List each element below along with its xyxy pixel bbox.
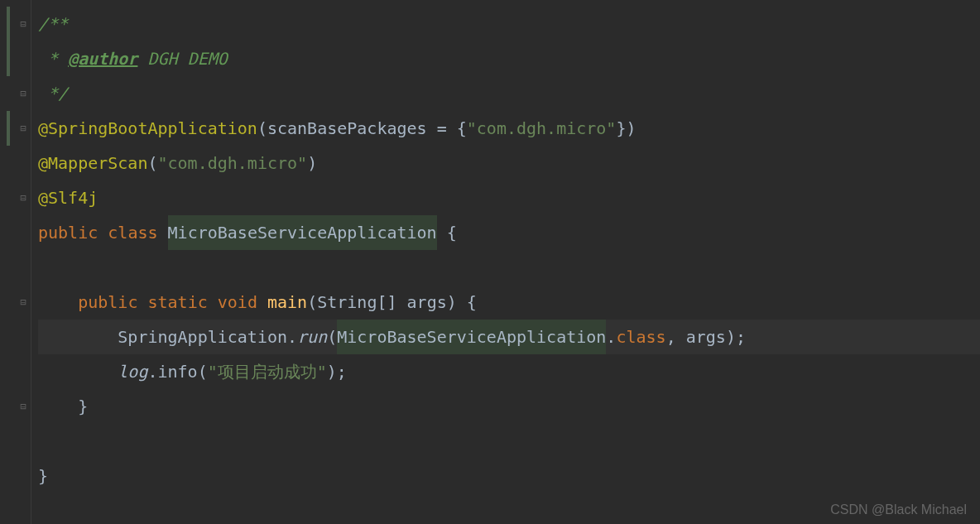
- indent: [38, 389, 78, 424]
- log-ref: log: [118, 354, 147, 389]
- string: "com.dgh.micro": [467, 111, 617, 146]
- punct: ): [307, 146, 317, 180]
- code-line[interactable]: @MapperScan("com.dgh.micro"): [38, 146, 980, 180]
- paren: (: [327, 320, 337, 354]
- fold-icon[interactable]: ⊟: [17, 88, 29, 99]
- fold-icon[interactable]: ⊟: [17, 401, 29, 412]
- gutter-change-marker: [7, 7, 10, 41]
- class-ref: SpringApplication: [118, 320, 287, 354]
- class-name: MicroBaseServiceApplication: [168, 215, 437, 250]
- class-ref: MicroBaseServiceApplication: [337, 320, 606, 354]
- gutter-change-marker: [7, 111, 10, 146]
- brace: {: [437, 215, 457, 250]
- code-line[interactable]: @SpringBootApplication(scanBasePackages …: [38, 111, 980, 146]
- close: );: [327, 354, 347, 389]
- string: "项目启动成功": [208, 354, 327, 389]
- brace: }: [78, 389, 88, 424]
- code-line[interactable]: log.info("项目启动成功");: [38, 354, 980, 389]
- annotation: @Slf4j: [38, 180, 98, 215]
- indent: [38, 354, 118, 389]
- indent: [38, 285, 78, 320]
- indent: [38, 320, 118, 354]
- dot: .: [606, 320, 616, 354]
- doc-tag: @author: [68, 41, 137, 76]
- keyword: class: [616, 320, 665, 354]
- code-line[interactable]: /**: [38, 7, 980, 41]
- paren: (: [198, 354, 208, 389]
- punct: }): [616, 111, 636, 146]
- string: "com.dgh.micro": [158, 146, 308, 180]
- keyword: public: [78, 285, 147, 320]
- code-line[interactable]: }: [38, 459, 980, 493]
- annotation: @MapperScan: [38, 146, 147, 180]
- params: (String[] args) {: [307, 285, 477, 320]
- method-name: main: [267, 285, 307, 320]
- doc-comment: */: [38, 76, 68, 111]
- fold-icon[interactable]: ⊟: [17, 192, 29, 204]
- keyword: void: [218, 285, 267, 320]
- doc-comment: *: [38, 41, 68, 76]
- punct: (: [257, 111, 267, 146]
- gutter-change-marker: [7, 41, 10, 76]
- dot: .: [147, 354, 157, 389]
- comma: ,: [666, 320, 686, 354]
- fold-icon[interactable]: ⊟: [17, 123, 29, 134]
- code-line-empty[interactable]: [38, 250, 980, 285]
- method-call: run: [297, 320, 327, 354]
- code-line[interactable]: public class MicroBaseServiceApplication…: [38, 215, 980, 250]
- arg: args: [686, 320, 726, 354]
- doc-comment: /**: [38, 7, 68, 41]
- keyword: static: [147, 285, 217, 320]
- fold-icon[interactable]: ⊟: [17, 296, 29, 308]
- dot: .: [287, 320, 297, 354]
- gutter: ⊟ ⊟ ⊟ ⊟ ⊟ ⊟: [0, 0, 31, 524]
- punct: (: [147, 146, 157, 180]
- code-line[interactable]: public static void main(String[] args) {: [38, 285, 980, 320]
- doc-comment: DGH DEMO: [137, 41, 227, 76]
- code-area[interactable]: /** * @author DGH DEMO */ @SpringBootApp…: [31, 0, 980, 524]
- code-line-empty[interactable]: [38, 424, 980, 459]
- code-line[interactable]: SpringApplication.run(MicroBaseServiceAp…: [38, 320, 980, 354]
- close: );: [726, 320, 746, 354]
- keyword: class: [108, 215, 167, 250]
- code-line[interactable]: * @author DGH DEMO: [38, 41, 980, 76]
- code-line[interactable]: }: [38, 389, 980, 424]
- code-line[interactable]: @Slf4j: [38, 180, 980, 215]
- param: scanBasePackages = {: [267, 111, 467, 146]
- method-call: info: [158, 354, 198, 389]
- annotation: @SpringBootApplication: [38, 111, 257, 146]
- code-line[interactable]: */: [38, 76, 980, 111]
- fold-icon[interactable]: ⊟: [17, 18, 29, 30]
- keyword: public: [38, 215, 108, 250]
- brace: }: [38, 459, 48, 493]
- watermark: CSDN @Black Michael: [830, 502, 967, 517]
- code-editor[interactable]: ⊟ ⊟ ⊟ ⊟ ⊟ ⊟ /** * @author DGH DEMO */ @S…: [0, 0, 980, 524]
